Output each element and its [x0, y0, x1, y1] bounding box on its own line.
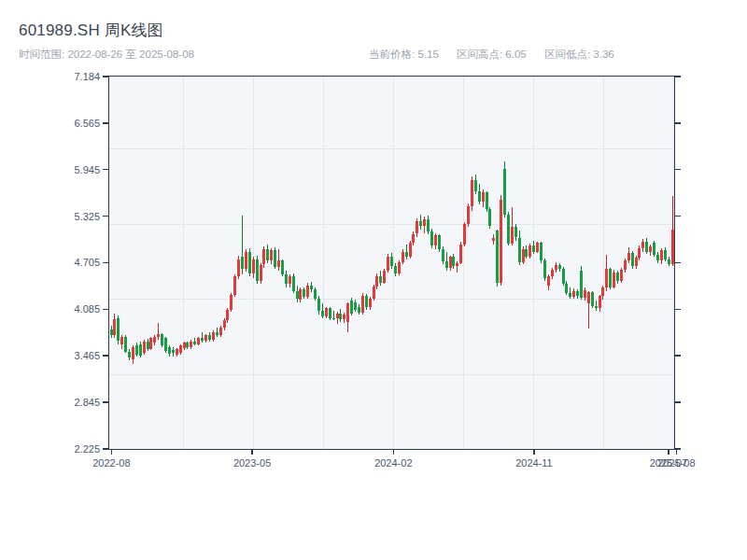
page-title: 601989.SH 周K线图 [19, 20, 163, 41]
candle-body [576, 291, 579, 297]
y-axis-tick-label: 7.184 [74, 70, 100, 83]
candle-body [478, 191, 481, 202]
candle-body [474, 180, 477, 190]
candle-body [306, 286, 309, 297]
candle-body [488, 209, 491, 226]
candle-body [321, 311, 324, 316]
candle-body [668, 259, 670, 264]
candle-body [405, 252, 408, 257]
y-axis-tick-label: 6.565 [74, 117, 100, 130]
candle-body [252, 259, 255, 273]
candle-body [204, 335, 207, 341]
x-axis-tick-mark [533, 450, 535, 455]
candle-body [241, 257, 244, 269]
candle-body [529, 245, 531, 257]
candle-body [346, 303, 349, 322]
candle-body [402, 252, 404, 262]
gridline-horizontal [109, 224, 674, 225]
candle-body [296, 291, 299, 300]
candle-body [289, 276, 291, 284]
candle-body [638, 248, 641, 259]
candle-body [555, 265, 557, 271]
gridline-horizontal [109, 148, 674, 149]
candle-body [190, 342, 192, 347]
candle-body [656, 255, 659, 260]
y-axis-tick-mark-right [675, 216, 681, 217]
candle-wick [333, 311, 334, 320]
candle-body [620, 270, 623, 281]
candle-body [427, 219, 430, 231]
candle-body [260, 265, 262, 282]
current-price-label: 当前价格: 5.15 [369, 49, 439, 60]
y-axis-tick-mark [103, 262, 108, 264]
candle-body [270, 250, 273, 260]
candle-body [423, 219, 426, 226]
y-axis-tick-label: 3.465 [74, 349, 100, 362]
gridline-horizontal [109, 374, 674, 375]
candle-body [486, 192, 488, 209]
candle-body [325, 308, 328, 316]
candle-body [613, 273, 615, 287]
candle-body [299, 289, 302, 300]
candle-body [605, 269, 608, 287]
candle-body [547, 276, 550, 286]
candle-body [223, 320, 226, 328]
gridline-vertical [603, 77, 604, 449]
candle-wick [158, 323, 159, 340]
candle-body [149, 338, 152, 348]
candle-body [208, 335, 211, 340]
candle-body [193, 342, 196, 344]
candle-body [543, 260, 546, 278]
range-high-label: 区间高点: 6.05 [457, 49, 527, 60]
y-axis-tick-mark [103, 169, 108, 171]
y-axis-tick-mark [103, 76, 108, 77]
candle-body [233, 276, 236, 294]
candle-body [339, 314, 342, 319]
candle-body [153, 337, 156, 343]
candle-body [624, 260, 627, 270]
candle-body [379, 276, 382, 283]
x-axis-tick-mark [676, 450, 678, 455]
price-stats: 当前价格: 5.15 区间高点: 6.05 区间低点: 3.36 [369, 48, 629, 62]
candle-body [262, 249, 265, 265]
candle-body [361, 296, 364, 314]
candle-body [601, 287, 604, 296]
candle-body [373, 287, 375, 299]
candle-body [281, 260, 284, 274]
candle-body [248, 252, 251, 273]
candle-body [314, 289, 317, 299]
candle-body [635, 258, 638, 266]
x-axis-tick-mark [111, 450, 113, 455]
candle-body [569, 293, 571, 297]
y-axis-tick-mark [103, 448, 108, 450]
candle-body [452, 257, 455, 266]
candle-body [358, 307, 360, 313]
candle-body [467, 206, 470, 224]
candle-body [179, 345, 182, 353]
candle-body [409, 243, 412, 257]
candle-body [572, 291, 575, 297]
candle-body [387, 257, 389, 271]
candle-body [631, 253, 634, 266]
candle-body [277, 260, 280, 266]
candle-body [332, 318, 335, 319]
y-axis-tick-mark-right [675, 401, 681, 403]
candle-body [161, 334, 163, 344]
candle-body [599, 296, 601, 308]
candle-body [390, 257, 393, 267]
candle-body [394, 266, 397, 273]
candle-body [201, 338, 204, 341]
y-axis-tick-label: 4.085 [74, 302, 100, 315]
candle-body [117, 318, 120, 342]
candle-body [143, 342, 146, 354]
candle-body [459, 245, 462, 263]
range-low-label: 区间低点: 3.36 [544, 49, 614, 60]
candle-body [132, 347, 134, 359]
y-axis-tick-mark [103, 216, 108, 217]
candle-body [522, 249, 525, 263]
candle-body [664, 250, 667, 259]
candle-body [595, 306, 598, 308]
candle-body [471, 180, 473, 205]
candle-body [449, 257, 452, 268]
y-axis-tick-mark-right [675, 262, 681, 264]
